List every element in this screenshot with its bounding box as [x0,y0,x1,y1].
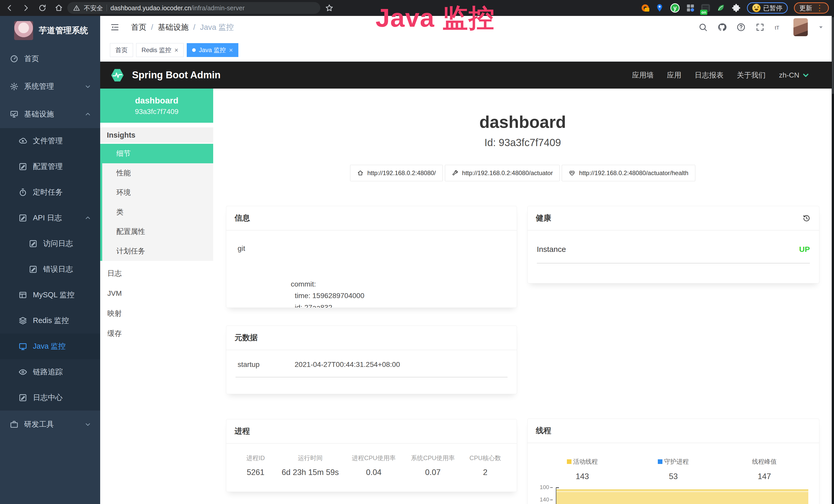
eye-icon [19,368,27,376]
sidebar-item[interactable]: 错误日志 [0,256,100,282]
sidebar-item[interactable]: MySQL 监控 [0,282,100,308]
breadcrumb: 首页 / 基础设施 / Java 监控 [131,22,234,32]
sba-nav-item[interactable]: 日志报表 [695,70,724,80]
sidebar-item[interactable]: 首页 [0,45,100,73]
extensions-grid-icon[interactable] [686,3,695,13]
help-icon[interactable] [737,23,746,32]
insights-menu-item[interactable]: 配置属性 [102,222,213,241]
back-icon[interactable] [5,4,14,12]
page-tab[interactable]: 首页 [110,43,133,57]
sidebar-item-label: Redis 监控 [33,316,69,326]
extension-icon[interactable] [716,3,725,13]
sidebar-item[interactable]: 配置管理 [0,154,100,180]
paused-label: 已暂停 [763,4,782,12]
sidebar-item-label: 研发工具 [24,419,54,430]
sba-menu-item[interactable]: 日志 [100,264,213,283]
address-bar[interactable]: 不安全 dashboard.yudao.iocoder.cn/infra/adm… [67,2,320,14]
sidebar-item[interactable]: Redis 监控 [0,308,100,334]
sidebar-item[interactable]: 访问日志 [0,231,100,256]
user-avatar[interactable] [793,18,808,36]
process-stat: CPU核心数 2 [463,454,507,477]
legend-value: 147 [719,472,810,481]
update-button[interactable]: 更新 ⋮ [794,2,829,14]
paused-chip[interactable]: 已暂停 [747,2,788,14]
insights-menu-item[interactable]: 类 [102,202,213,222]
extension-icon[interactable] [642,4,649,12]
tab-label: Redis 监控 [141,46,171,54]
github-icon[interactable] [717,23,727,32]
page-scrollbar[interactable] [832,16,834,504]
instance-id: 93a3fc7f7409 [135,108,178,116]
instance-link-button[interactable]: http://192.168.0.2:48080/actuator [445,165,560,181]
sidebar-item[interactable]: 研发工具 [0,411,100,438]
puzzle-icon[interactable] [731,3,741,13]
extension-icon[interactable]: y [671,3,680,13]
forward-icon[interactable] [22,4,30,12]
stat-value: 2 [463,468,507,477]
extension-icon[interactable]: on [701,4,710,12]
page-tab[interactable]: Redis 监控 × [136,43,184,57]
sba-menu-item[interactable]: 缓存 [100,323,213,344]
sidebar-item[interactable]: 定时任务 [0,180,100,205]
fullscreen-icon[interactable] [755,23,765,32]
insights-menu-item[interactable]: 计划任务 [102,241,213,261]
info-value-line: id: 27aa832 [291,302,364,308]
app-sidebar: 芋道管理系统 首页 系统管理 基础设施 [0,16,100,504]
sidebar-item-label: 访问日志 [43,238,73,249]
insights-menu-item[interactable]: 环境 [102,183,213,202]
sidebar-item[interactable]: Java 监控 [0,334,100,359]
sidebar-item-label: API 日志 [33,213,62,223]
sidebar-item[interactable]: 文件管理 [0,128,100,154]
sba-nav-item[interactable]: 关于我们 [737,70,766,80]
sidebar-toggle-icon[interactable] [110,22,120,32]
history-icon[interactable] [802,214,811,223]
kebab-menu-icon[interactable]: ⋮ [816,4,824,12]
instance-link-button[interactable]: http://192.168.0.2:48080/ [350,165,443,181]
font-size-icon[interactable]: tT [774,23,784,32]
sba-nav-item[interactable]: 应用 [667,70,681,80]
legend-entry: 线程峰值 147 [719,458,810,481]
language-label: zh-CN [779,71,799,79]
insights-menu-item[interactable]: 细节 [102,144,213,163]
close-icon[interactable]: × [229,47,233,53]
extensions-cluster: y on 已暂停 更新 ⋮ [642,2,829,14]
stat-label: 系统CPU使用率 [403,454,463,462]
process-stat: 系统CPU使用率 0.07 [403,454,463,477]
monitor-chart-icon [10,110,19,119]
sba-menu-item[interactable]: JVM [100,283,213,303]
page-tab[interactable]: Java 监控 × [187,43,238,57]
caret-down-icon[interactable] [817,24,824,30]
sidebar-item[interactable]: API 日志 [0,205,100,231]
thread-chart: 140120100 [537,487,810,504]
location-pin-icon[interactable] [655,3,664,13]
info-row: git commit: time: 1596289704000 id: 27aa… [236,231,507,308]
metadata-key: startup [236,361,294,369]
sidebar-item[interactable]: 基础设施 [0,100,100,128]
sba-body: dashboard 93a3fc7f7409 Insights 细节性能环境类配… [100,89,834,504]
sba-menu-item[interactable]: 映射 [100,303,213,323]
search-icon[interactable] [698,23,708,32]
sidebar-item-label: 定时任务 [33,187,63,198]
sidebar-item[interactable]: 链路追踪 [0,359,100,385]
insights-menu-item[interactable]: 性能 [102,163,213,183]
sidebar-item-label: 日志中心 [33,393,63,403]
bookmark-star-icon[interactable] [325,4,334,12]
reload-icon[interactable] [38,4,47,12]
sidebar-item[interactable]: 日志中心 [0,385,100,411]
warning-icon[interactable] [73,4,80,12]
breadcrumb-item[interactable]: Java 监控 [200,22,234,32]
sidebar-item[interactable]: 系统管理 [0,73,100,100]
home-icon[interactable] [54,4,63,12]
language-selector[interactable]: zh-CN [779,71,810,79]
info-key: git [236,244,291,308]
stat-label: CPU核心数 [463,454,507,462]
stat-value: 0.07 [403,468,463,477]
thread-card: 线程 活动线程 [527,418,819,504]
breadcrumb-item[interactable]: 首页 [131,22,147,32]
tab-label: 首页 [115,46,128,54]
sidebar-item-label: 链路追踪 [33,367,63,377]
instance-link-button[interactable]: http://192.168.0.2:48080/actuator/health [562,165,695,181]
close-icon[interactable]: × [174,47,178,53]
breadcrumb-item[interactable]: 基础设施 [158,22,189,32]
sba-nav-item[interactable]: 应用墙 [632,70,654,80]
